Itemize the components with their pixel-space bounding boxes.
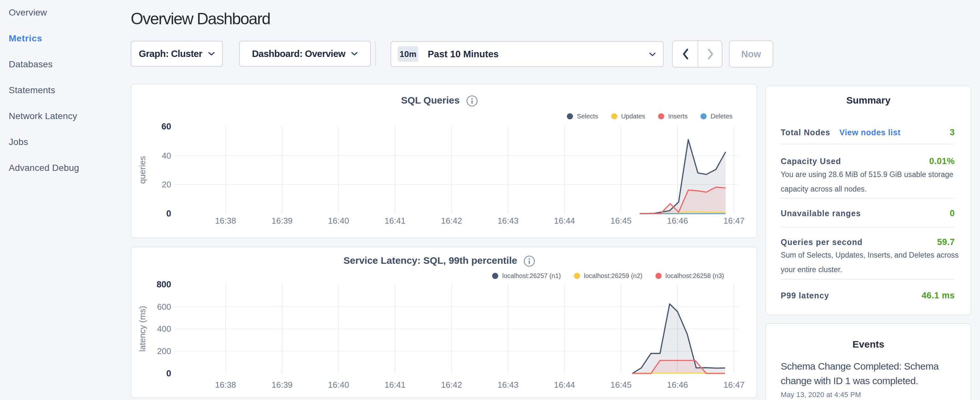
svg-text:20: 20	[162, 180, 171, 189]
svg-text:800: 800	[157, 280, 171, 289]
svg-text:60: 60	[161, 122, 171, 131]
svg-text:16:43: 16:43	[498, 380, 519, 390]
svg-text:16:44: 16:44	[554, 216, 575, 226]
svg-text:16:42: 16:42	[441, 216, 462, 226]
svg-text:queries: queries	[137, 156, 147, 183]
svg-text:16:40: 16:40	[328, 380, 349, 390]
svg-text:16:38: 16:38	[215, 216, 236, 226]
svg-text:600: 600	[157, 302, 171, 312]
svg-text:400: 400	[157, 324, 171, 334]
svg-text:16:45: 16:45	[611, 216, 632, 226]
svg-text:latency (ms): latency (ms)	[137, 306, 147, 352]
svg-text:16:44: 16:44	[554, 380, 575, 390]
svg-text:16:38: 16:38	[215, 380, 236, 390]
svg-text:16:42: 16:42	[441, 380, 462, 390]
svg-text:16:46: 16:46	[667, 216, 688, 226]
svg-text:16:39: 16:39	[272, 216, 293, 226]
svg-text:16:46: 16:46	[667, 380, 688, 390]
svg-text:0: 0	[166, 369, 171, 378]
svg-text:16:47: 16:47	[724, 216, 745, 226]
svg-text:16:43: 16:43	[498, 216, 519, 226]
svg-text:16:39: 16:39	[272, 380, 293, 390]
svg-text:16:40: 16:40	[328, 216, 349, 226]
svg-text:200: 200	[157, 346, 171, 356]
svg-text:0: 0	[166, 209, 171, 218]
svg-text:16:41: 16:41	[384, 380, 406, 390]
svg-text:16:45: 16:45	[611, 380, 632, 390]
svg-text:40: 40	[162, 151, 171, 161]
svg-text:16:47: 16:47	[724, 380, 745, 390]
svg-text:16:41: 16:41	[384, 216, 406, 226]
